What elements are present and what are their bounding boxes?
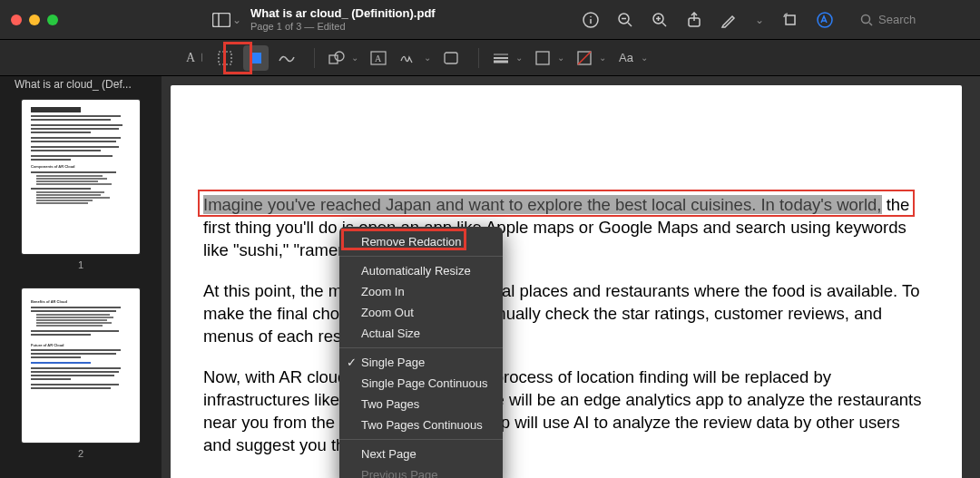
paragraph-1: Imagine you've reached Japan and want to… bbox=[203, 194, 929, 262]
chevron-down-icon[interactable]: ⌄ bbox=[557, 53, 564, 63]
sketch-icon[interactable] bbox=[274, 45, 299, 71]
toolbar-actions: ⌄ Search bbox=[581, 10, 969, 30]
thumbnail-page-1[interactable]: Components of AR Cloud bbox=[22, 100, 140, 254]
thumb-heading: Benefits of AR Cloud bbox=[31, 299, 131, 305]
menu-separator bbox=[339, 256, 503, 257]
shapes-icon[interactable] bbox=[324, 45, 349, 71]
menu-item-label: Next Page bbox=[361, 447, 416, 461]
document-viewer[interactable]: Imagine you've reached Japan and want to… bbox=[162, 76, 980, 478]
menu-item-single-page-continuous[interactable]: Single Page Continuous bbox=[339, 373, 503, 394]
zoom-out-icon[interactable] bbox=[615, 10, 635, 30]
menu-item-two-pages[interactable]: Two Pages bbox=[339, 394, 503, 415]
title-block: What is ar cloud_ (Definition).pdf Page … bbox=[250, 6, 436, 33]
line-style-icon[interactable] bbox=[488, 45, 514, 71]
menu-item-single-page[interactable]: ✓Single Page bbox=[339, 352, 503, 373]
svg-line-9 bbox=[662, 23, 666, 26]
menu-item-label: Zoom Out bbox=[361, 306, 414, 319]
svg-line-17 bbox=[869, 23, 872, 25]
window-controls bbox=[11, 15, 58, 25]
close-window-button[interactable] bbox=[11, 15, 22, 25]
info-icon[interactable] bbox=[581, 10, 601, 30]
rotate-icon[interactable] bbox=[780, 10, 800, 30]
chevron-down-icon[interactable]: ⌄ bbox=[641, 53, 648, 63]
document-title: What is ar cloud_ (Definition).pdf bbox=[250, 6, 436, 21]
svg-line-30 bbox=[578, 52, 591, 64]
check-icon: ✓ bbox=[347, 356, 357, 369]
menu-item-automatically-resize[interactable]: Automatically Resize bbox=[339, 260, 503, 281]
sidebar-toggle-icon[interactable]: ⌄ bbox=[212, 13, 243, 27]
fullscreen-window-button[interactable] bbox=[47, 15, 58, 25]
main-area: What is ar cloud_ (Def... Components of … bbox=[0, 76, 980, 478]
menu-item-previous-page: Previous Page bbox=[339, 464, 503, 478]
text-box-icon[interactable]: A bbox=[366, 45, 391, 71]
menu-item-zoom-out[interactable]: Zoom Out bbox=[339, 302, 503, 323]
divider bbox=[478, 48, 479, 68]
context-menu: Remove RedactionAutomatically ResizeZoom… bbox=[339, 227, 503, 478]
share-icon[interactable] bbox=[684, 10, 704, 30]
thumb-heading: Future of AR Cloud bbox=[31, 343, 131, 348]
menu-item-label: Single Page bbox=[361, 356, 425, 369]
menu-separator bbox=[339, 439, 503, 440]
paragraph-2: At this point, the map will give you sev… bbox=[203, 280, 929, 348]
markup-icon[interactable] bbox=[815, 10, 835, 30]
thumbnail-sidebar: What is ar cloud_ (Def... Components of … bbox=[0, 76, 162, 478]
chevron-down-icon[interactable]: ⌄ bbox=[515, 53, 523, 63]
sidebar-title: What is ar cloud_ (Def... bbox=[11, 76, 151, 100]
search-field[interactable]: Search bbox=[860, 13, 969, 26]
divider bbox=[314, 48, 315, 68]
svg-rect-18 bbox=[219, 52, 231, 64]
thumb-heading: Components of AR Cloud bbox=[31, 164, 131, 170]
svg-point-3 bbox=[590, 15, 592, 17]
stroke-color-icon[interactable] bbox=[530, 45, 555, 71]
menu-item-label: Remove Redaction bbox=[361, 235, 462, 249]
svg-rect-19 bbox=[250, 53, 261, 63]
svg-point-16 bbox=[862, 15, 870, 23]
zoom-in-icon[interactable] bbox=[650, 10, 670, 30]
redact-icon[interactable] bbox=[243, 45, 269, 71]
svg-line-6 bbox=[628, 23, 632, 26]
fill-color-icon[interactable] bbox=[572, 45, 597, 71]
text-selection-icon[interactable]: A⎹ bbox=[181, 45, 207, 71]
menu-item-label: Actual Size bbox=[361, 327, 420, 340]
menu-item-label: Previous Page bbox=[361, 468, 438, 478]
chevron-down-icon[interactable]: ⌄ bbox=[599, 53, 606, 63]
menu-item-label: Two Pages Continuous bbox=[361, 418, 483, 432]
menu-item-zoom-in[interactable]: Zoom In bbox=[339, 281, 503, 302]
menu-item-label: Two Pages bbox=[361, 397, 419, 411]
redacted-text[interactable]: Imagine you've reached Japan and want to… bbox=[203, 195, 882, 214]
note-icon[interactable] bbox=[438, 45, 464, 71]
menu-item-label: Single Page Continuous bbox=[361, 376, 488, 390]
thumbnail-page-2[interactable]: Benefits of AR Cloud Future of AR Cloud bbox=[22, 288, 140, 443]
thumbnail-label: 2 bbox=[11, 448, 151, 459]
svg-rect-14 bbox=[786, 15, 795, 24]
svg-text:A: A bbox=[375, 54, 382, 63]
titlebar: ⌄ What is ar cloud_ (Definition).pdf Pag… bbox=[0, 0, 980, 40]
svg-rect-0 bbox=[213, 13, 230, 26]
minimize-window-button[interactable] bbox=[29, 15, 40, 25]
menu-item-remove-redaction[interactable]: Remove Redaction bbox=[339, 231, 503, 252]
menu-item-next-page[interactable]: Next Page bbox=[339, 444, 503, 464]
menu-item-label: Zoom In bbox=[361, 285, 405, 298]
chevron-down-icon[interactable]: ⌄ bbox=[753, 14, 766, 26]
thumbnail-label: 1 bbox=[11, 259, 151, 270]
chevron-down-icon: ⌄ bbox=[230, 14, 243, 26]
chevron-down-icon[interactable]: ⌄ bbox=[424, 53, 431, 63]
menu-item-two-pages-continuous[interactable]: Two Pages Continuous bbox=[339, 415, 503, 435]
document-subtitle: Page 1 of 3 — Edited bbox=[250, 21, 436, 33]
text-style-icon[interactable]: Aa bbox=[613, 45, 639, 71]
rectangle-select-icon[interactable] bbox=[212, 45, 238, 71]
svg-rect-28 bbox=[536, 52, 549, 64]
chevron-down-icon[interactable]: ⌄ bbox=[351, 53, 358, 63]
pdf-page[interactable]: Imagine you've reached Japan and want to… bbox=[171, 85, 962, 478]
menu-separator bbox=[339, 347, 503, 348]
menu-item-label: Automatically Resize bbox=[361, 264, 471, 278]
sign-icon[interactable] bbox=[397, 45, 422, 71]
markup-toolbar: A⎹ ⌄ A ⌄ ⌄ ⌄ ⌄ Aa⌄ bbox=[0, 40, 980, 76]
paragraph-3: Now, with AR cloud, this whole tedious p… bbox=[203, 366, 929, 457]
menu-item-actual-size[interactable]: Actual Size bbox=[339, 323, 503, 344]
search-placeholder: Search bbox=[878, 13, 916, 26]
svg-point-21 bbox=[335, 52, 344, 61]
svg-rect-24 bbox=[445, 53, 457, 63]
highlight-icon[interactable] bbox=[719, 10, 739, 30]
